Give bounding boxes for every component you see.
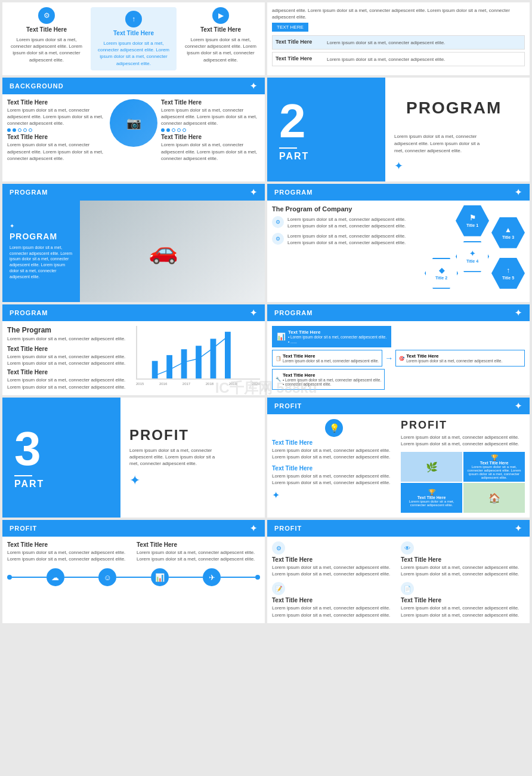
- program-img-content: 🚗 ✦ PROGRAM Lorem ipsum dolor sit a met,…: [2, 201, 265, 302]
- profit2r-title1: Text Title Here: [272, 556, 396, 563]
- chart-labels: 201520162017201820192020: [136, 382, 260, 386]
- profit-img-grid: 🌿 🏆 Text Title Here Lorem ipsum dolor si…: [401, 452, 525, 513]
- slide1-body3: Lorem ipsum dolor sit a met, connecter a…: [181, 36, 260, 63]
- profit-img4: 🏠: [463, 483, 525, 513]
- profit-item2-body: Lorem ipsum dolor sit a met, connecter a…: [272, 473, 396, 486]
- profit-img3-overlay: 🏆 Text Title Here Lorem ipsum dolor sit …: [401, 483, 462, 513]
- background-header: BACKGROUND ✦: [2, 78, 265, 94]
- chart-svg: [137, 326, 260, 378]
- prog2-item1-body: Lorem ipsum dolor sit a met, connecter a…: [7, 353, 131, 367]
- text-here-button[interactable]: TEXT HERE: [272, 23, 308, 32]
- slide-background: BACKGROUND ✦ Text Title Here Lorem ipsum…: [2, 78, 265, 181]
- timeline-start: [7, 575, 12, 580]
- prog-box-1a-icon: 📊: [277, 332, 286, 341]
- program-hex-left: The Program of Company ⚙ Lorem ipsum dol…: [272, 205, 419, 295]
- program-chart-sub: Lorem ipsum dolor sit a met, connecter a…: [7, 335, 131, 342]
- bg-left-body2: Lorem ipsum dolor sit a met, connecter a…: [7, 141, 106, 162]
- program-overlay-body: Lorem ipsum dolor sit a met, connecter a…: [10, 245, 73, 280]
- svg-rect-7: [166, 355, 172, 378]
- profit2r-icon1: ⚙: [272, 541, 285, 555]
- s1r-body1: Lorem ipsum dolor sit a met, connecter a…: [327, 39, 445, 46]
- profit-img2-title: Text Title Here: [480, 461, 509, 465]
- program-boxes-icon: ✦: [515, 308, 522, 318]
- profit-img3-icon: 🏆: [428, 489, 435, 495]
- profit2-item2-title: Text Title Here: [137, 541, 260, 548]
- part3-blue: 3 PART: [2, 398, 120, 518]
- profit-item2: Text Title Here Lorem ipsum dolor sit a …: [272, 465, 396, 486]
- profit2r-title2: Text Title Here: [401, 556, 525, 563]
- slide-program-img: PROGRAM ✦ 🚗 ✦ PROGRAM Lorem ipsum dolor …: [2, 184, 265, 302]
- profit-right-header-text: PROFIT: [274, 402, 302, 409]
- program-img-header-text: PROGRAM: [10, 189, 48, 196]
- svg-rect-11: [225, 332, 231, 378]
- s1r-body2: Lorem ipsum dolor sit a met, connecter a…: [327, 56, 445, 63]
- prog-box-2b: 🎯 Text Title Here Lorem ipsum dolor sit …: [395, 350, 525, 367]
- program-hex-content: The Program of Company ⚙ Lorem ipsum dol…: [267, 201, 530, 300]
- slide1-title3: Text Title Here: [200, 26, 241, 33]
- prog-icon-1: ⚙: [272, 216, 284, 228]
- prog2-item1-title: Text Title Here: [7, 346, 131, 352]
- program-img-header: PROGRAM ✦: [2, 184, 265, 201]
- bg-right-title1: Text Title Here: [161, 99, 260, 106]
- program-chart-title: The Program: [7, 326, 131, 334]
- hex-title1: ⚑ Title 1: [456, 205, 489, 236]
- bg-left: Text Title Here Lorem ipsum dolor sit a …: [7, 99, 106, 162]
- hex-title5: ↑ Title 5: [491, 258, 525, 289]
- part3-number: 3: [14, 425, 44, 473]
- prog-item-2: ⚙ Lorem ipsum dolor sit a met, connecter…: [272, 233, 419, 246]
- svg-rect-9: [196, 346, 202, 378]
- prog-box-2b-body: Lorem ipsum dolor sit a met, connecter a…: [406, 359, 502, 363]
- prog-box-row3: 🔧 Text Title Here • Lorem ipsum dolor si…: [272, 369, 525, 390]
- program-boxes-header: PROGRAM ✦: [267, 304, 530, 321]
- timeline-line1: [12, 577, 47, 578]
- prog-box-row2: 📋 Text Title Here Lorem ipsum dolor sit …: [272, 350, 525, 367]
- part3-right: PROFIT Lorem ipsum dolor sit a met, conn…: [120, 398, 265, 518]
- prog-box-3-title: Text Title Here: [283, 372, 381, 378]
- prog-box-3-body1: • Lorem ipsum dolor sit a met, connecter…: [283, 378, 381, 382]
- prog-box-1a: 📊 Text Title Here • Lorem ipsum dolor si…: [272, 326, 391, 347]
- slide1-body2: Lorem ipsum dolor sit a met, connecter a…: [94, 40, 173, 67]
- svg-rect-10: [211, 338, 216, 378]
- timeline-icon2: ☺: [98, 568, 116, 586]
- bg-right-body1: Lorem ipsum dolor sit a met, connecter a…: [161, 107, 260, 127]
- hex-title4: ✦ Title 4: [456, 241, 489, 272]
- svg-rect-6: [152, 361, 158, 378]
- slide-profit2-left: PROFIT ✦ Text Title Here Lorem ipsum dol…: [2, 520, 265, 623]
- part2-slide: 2 PART PROGRAM Lorem ipsum dolor sit a m…: [267, 78, 530, 181]
- profit2-left-icon: ✦: [250, 524, 258, 533]
- prog-box-2a-body: Lorem ipsum dolor sit a met, connecter a…: [283, 359, 379, 363]
- profit-right-main: 💡 Text Title Here Lorem ipsum dolor sit …: [272, 419, 396, 513]
- prog-box-3-body2: • connecter adipescent elite.: [283, 382, 381, 386]
- profit2-left-content: Text Title Here Lorem ipsum dolor sit a …: [2, 537, 265, 591]
- hex-cluster: ⚑ Title 1 ▲ Title 3 ✦ Title 4 ◆ Title 2: [423, 205, 525, 295]
- program-car-image: 🚗: [62, 201, 265, 302]
- main-grid: ⚙ Text Title Here Lorem ipsum dolor sit …: [0, 0, 532, 626]
- prog-box-2a: 📋 Text Title Here Lorem ipsum dolor sit …: [272, 350, 382, 367]
- program-overlay-title: PROGRAM: [10, 232, 73, 241]
- profit-big-title: PROFIT: [401, 419, 525, 432]
- car-emoji: 🚗: [149, 237, 178, 265]
- bar-chart: [136, 326, 260, 380]
- timeline-line3: [116, 577, 151, 578]
- prog-box-3: 🔧 Text Title Here • Lorem ipsum dolor si…: [272, 369, 385, 390]
- profit-right-secondary: PROFIT Lorem ipsum dolor sit a met, conn…: [401, 419, 525, 513]
- program-hex-main-title: The Program of Company: [272, 205, 419, 213]
- profit-light-icon: 💡: [272, 419, 396, 437]
- part3-slide: 3 PART PROFIT Lorem ipsum dolor sit a me…: [2, 398, 265, 518]
- prog-box-2a-icon: 📋: [276, 356, 281, 361]
- slide-1-left: ⚙ Text Title Here Lorem ipsum dolor sit …: [2, 2, 265, 75]
- prog-box-1a-title: Text Title Here: [288, 330, 386, 335]
- slide-program-hex: PROGRAM ✦ The Program of Company ⚙ Lorem…: [267, 184, 530, 302]
- program-chart-right: 201520162017201820192020: [136, 326, 260, 390]
- profit2-right-icon: ✦: [515, 524, 522, 533]
- prog-body-2: Lorem ipsum dolor sit a met, connecter a…: [287, 233, 419, 246]
- program-chart-content: The Program Lorem ipsum dolor sit a met,…: [2, 321, 265, 395]
- timeline-line5: [221, 577, 255, 578]
- bg-right-body2: Lorem ipsum dolor sit a met, connecter a…: [161, 141, 260, 162]
- dots-left: [7, 128, 106, 132]
- profit-item1-title: Text Title Here: [272, 439, 396, 446]
- profit-right-header: PROFIT ✦: [267, 398, 530, 414]
- svg-rect-8: [181, 349, 187, 378]
- profit2-right-content: ⚙ Text Title Here Lorem ipsum dolor sit …: [267, 537, 530, 623]
- part2-desc: Lorem ipsum dolor sit a met, connecter a…: [394, 133, 490, 155]
